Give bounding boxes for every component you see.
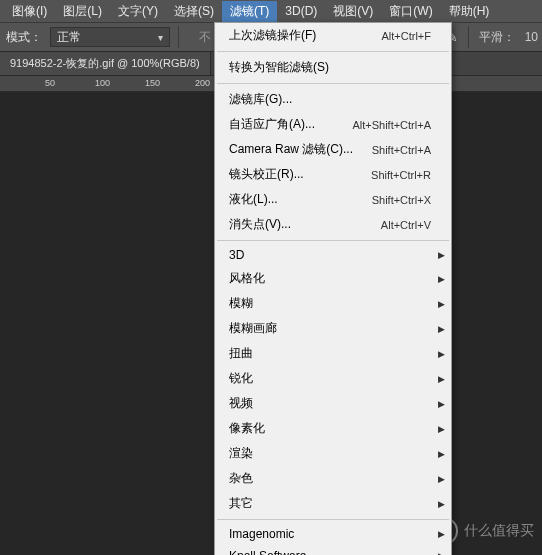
divider	[468, 26, 469, 48]
menu-3D(D)[interactable]: 3D(D)	[277, 2, 325, 20]
menu-item-label: 风格化	[229, 270, 265, 287]
menu-item-label: 镜头校正(R)...	[229, 166, 304, 183]
menu-item-label: 自适应广角(A)...	[229, 116, 315, 133]
menu-item-转换为智能滤镜(S)[interactable]: 转换为智能滤镜(S)	[215, 55, 451, 80]
menu-item-label: 锐化	[229, 370, 253, 387]
menu-item-镜头校正(R)...[interactable]: 镜头校正(R)...Shift+Ctrl+R	[215, 162, 451, 187]
submenu-arrow-icon: ▶	[438, 499, 445, 509]
mode-value: 正常	[57, 29, 81, 46]
menu-item-Imagenomic[interactable]: Imagenomic▶	[215, 523, 451, 545]
ruler-tick: 200	[195, 78, 210, 88]
menu-shortcut: Alt+Ctrl+F	[381, 30, 431, 42]
menu-图像(I)[interactable]: 图像(I)	[4, 1, 55, 22]
menu-item-上次滤镜操作(F)[interactable]: 上次滤镜操作(F)Alt+Ctrl+F	[215, 23, 451, 48]
menu-item-label: 滤镜库(G)...	[229, 91, 292, 108]
mode-select[interactable]: 正常 ▾	[50, 27, 170, 47]
chevron-down-icon: ▾	[158, 32, 163, 43]
menu-shortcut: Shift+Ctrl+X	[372, 194, 431, 206]
menu-item-label: Camera Raw 滤镜(C)...	[229, 141, 353, 158]
menu-选择(S)[interactable]: 选择(S)	[166, 1, 222, 22]
menu-item-风格化[interactable]: 风格化▶	[215, 266, 451, 291]
menu-item-Camera Raw 滤镜(C)...[interactable]: Camera Raw 滤镜(C)...Shift+Ctrl+A	[215, 137, 451, 162]
menu-item-扭曲[interactable]: 扭曲▶	[215, 341, 451, 366]
menu-shortcut: Shift+Ctrl+R	[371, 169, 431, 181]
menu-图层(L)[interactable]: 图层(L)	[55, 1, 110, 22]
menu-文字(Y)[interactable]: 文字(Y)	[110, 1, 166, 22]
submenu-arrow-icon: ▶	[438, 349, 445, 359]
menu-item-自适应广角(A)...[interactable]: 自适应广角(A)...Alt+Shift+Ctrl+A	[215, 112, 451, 137]
menu-item-模糊[interactable]: 模糊▶	[215, 291, 451, 316]
submenu-arrow-icon: ▶	[438, 424, 445, 434]
menu-帮助(H)[interactable]: 帮助(H)	[441, 1, 498, 22]
menu-item-液化(L)...[interactable]: 液化(L)...Shift+Ctrl+X	[215, 187, 451, 212]
menu-separator	[217, 240, 449, 241]
submenu-arrow-icon: ▶	[438, 551, 445, 555]
menu-separator	[217, 519, 449, 520]
menu-item-label: 扭曲	[229, 345, 253, 362]
menu-item-像素化[interactable]: 像素化▶	[215, 416, 451, 441]
menu-item-滤镜库(G)...[interactable]: 滤镜库(G)...	[215, 87, 451, 112]
menu-separator	[217, 51, 449, 52]
submenu-arrow-icon: ▶	[438, 274, 445, 284]
submenu-arrow-icon: ▶	[438, 374, 445, 384]
smooth-label: 平滑：	[479, 29, 515, 46]
menu-item-锐化[interactable]: 锐化▶	[215, 366, 451, 391]
menu-item-label: 其它	[229, 495, 253, 512]
menu-item-3D[interactable]: 3D▶	[215, 244, 451, 266]
smooth-value: 10	[525, 30, 538, 44]
menu-item-label: 模糊	[229, 295, 253, 312]
ruler-tick: 150	[145, 78, 160, 88]
menu-shortcut: Alt+Shift+Ctrl+A	[352, 119, 431, 131]
menu-item-label: 渲染	[229, 445, 253, 462]
menu-视图(V)[interactable]: 视图(V)	[325, 1, 381, 22]
submenu-arrow-icon: ▶	[438, 324, 445, 334]
menu-item-label: 转换为智能滤镜(S)	[229, 59, 329, 76]
document-tab[interactable]: 9194852-2-恢复的.gif @ 100%(RGB/8)	[0, 52, 211, 75]
menu-item-label: 上次滤镜操作(F)	[229, 27, 316, 44]
submenu-arrow-icon: ▶	[438, 449, 445, 459]
submenu-arrow-icon: ▶	[438, 474, 445, 484]
menu-item-label: 消失点(V)...	[229, 216, 291, 233]
menu-item-Knoll Software[interactable]: Knoll Software▶	[215, 545, 451, 555]
ruler-tick: 100	[95, 78, 110, 88]
menu-item-label: 液化(L)...	[229, 191, 278, 208]
menu-item-视频[interactable]: 视频▶	[215, 391, 451, 416]
filter-menu-dropdown: 上次滤镜操作(F)Alt+Ctrl+F转换为智能滤镜(S)滤镜库(G)...自适…	[214, 22, 452, 555]
menu-item-label: 模糊画廊	[229, 320, 277, 337]
opacity-fragment: 不	[199, 29, 211, 46]
menubar: 图像(I)图层(L)文字(Y)选择(S)滤镜(T)3D(D)视图(V)窗口(W)…	[0, 0, 542, 22]
submenu-arrow-icon: ▶	[438, 250, 445, 260]
submenu-arrow-icon: ▶	[438, 399, 445, 409]
menu-shortcut: Shift+Ctrl+A	[372, 144, 431, 156]
submenu-arrow-icon: ▶	[438, 529, 445, 539]
menu-item-label: 像素化	[229, 420, 265, 437]
menu-item-label: Knoll Software	[229, 549, 306, 555]
menu-item-渲染[interactable]: 渲染▶	[215, 441, 451, 466]
menu-item-label: Imagenomic	[229, 527, 294, 541]
menu-item-label: 杂色	[229, 470, 253, 487]
menu-item-模糊画廊[interactable]: 模糊画廊▶	[215, 316, 451, 341]
menu-item-消失点(V)...[interactable]: 消失点(V)...Alt+Ctrl+V	[215, 212, 451, 237]
menu-shortcut: Alt+Ctrl+V	[381, 219, 431, 231]
ruler-tick: 50	[45, 78, 55, 88]
menu-item-label: 3D	[229, 248, 244, 262]
menu-separator	[217, 83, 449, 84]
watermark-text: 什么值得买	[464, 522, 534, 540]
submenu-arrow-icon: ▶	[438, 299, 445, 309]
menu-item-其它[interactable]: 其它▶	[215, 491, 451, 516]
menu-item-杂色[interactable]: 杂色▶	[215, 466, 451, 491]
menu-窗口(W)[interactable]: 窗口(W)	[381, 1, 440, 22]
divider	[178, 26, 179, 48]
mode-label: 模式：	[6, 29, 42, 46]
menu-item-label: 视频	[229, 395, 253, 412]
menu-滤镜(T)[interactable]: 滤镜(T)	[222, 1, 277, 22]
